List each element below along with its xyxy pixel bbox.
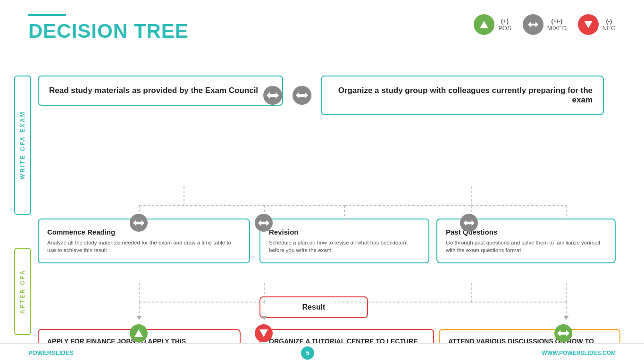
svg-marker-2 — [584, 21, 593, 28]
svg-marker-32 — [259, 329, 268, 337]
footer-page: 5 — [301, 346, 314, 360]
title-part2: TREE — [134, 20, 189, 42]
legend: (+) POS (+/-) MIXED (-) NEG — [474, 14, 616, 35]
footer-url: WWW.POWERSLIDES.COM — [542, 350, 616, 356]
arrow-read-right — [263, 86, 282, 105]
box-organize-group: Organize a study group with colleagues c… — [321, 76, 604, 115]
svg-marker-28 — [133, 220, 144, 226]
mixed-icon — [523, 14, 544, 35]
brand-part1: POWER — [28, 349, 51, 356]
neg-label: (-) — [602, 17, 616, 25]
footer-brand: POWERSLIDES — [28, 349, 74, 356]
arrow-discussions-top — [554, 324, 572, 342]
pos-icon — [474, 14, 494, 35]
svg-marker-26 — [296, 92, 308, 99]
box-commence-text: Analyze all the study materials needed f… — [47, 239, 241, 254]
mixed-sublabel: MIXED — [547, 25, 567, 32]
brand-part2: SLIDES — [51, 349, 74, 356]
pos-label: (+) — [498, 17, 511, 25]
box-revision: Revision Schedule a plan on how to revis… — [259, 219, 429, 263]
svg-marker-27 — [267, 92, 279, 99]
pos-sublabel: POS — [498, 25, 511, 32]
box-read-title: Read study materials as provided by the … — [49, 86, 272, 95]
svg-marker-1 — [528, 22, 538, 27]
svg-marker-30 — [463, 220, 475, 226]
mixed-label: (+/-) — [547, 17, 567, 25]
side-label-write: WRITE CFA EXAM — [14, 76, 31, 215]
svg-marker-31 — [134, 329, 143, 337]
legend-pos: (+) POS — [474, 14, 511, 35]
box-read: Read study materials as provided by the … — [38, 76, 283, 106]
arrow-revision-top — [255, 214, 273, 232]
box-organize-group-title: Organize a study group with colleagues c… — [332, 86, 593, 105]
arrow-tutorial-top — [255, 324, 273, 342]
legend-mixed: (+/-) MIXED — [523, 14, 567, 35]
box-revision-text: Schedule a plan on how to revise all wha… — [269, 239, 420, 254]
side-label-after: AFTER CFA — [14, 248, 31, 335]
accent-line — [28, 14, 66, 16]
svg-marker-29 — [258, 220, 269, 226]
neg-sublabel: NEG — [602, 25, 616, 32]
arrow-pq-top — [460, 214, 478, 232]
arrow-row1-mid — [293, 86, 311, 105]
neg-icon — [578, 14, 599, 35]
box-result-title: Result — [302, 303, 326, 311]
canvas: WRITE CFA EXAM AFTER CFA Read study mate… — [9, 61, 635, 354]
box-result: Result — [259, 296, 368, 318]
box-revision-title: Revision — [269, 228, 420, 236]
title-part1: DECISION — [28, 20, 134, 42]
svg-marker-0 — [480, 21, 488, 28]
svg-marker-33 — [557, 330, 569, 337]
arrow-apply-top — [130, 324, 148, 342]
arrow-commence-top — [130, 214, 148, 232]
box-pq-text: Go through past questions and solve them… — [446, 239, 606, 254]
legend-neg: (-) NEG — [578, 14, 616, 35]
footer: POWERSLIDES 5 WWW.POWERSLIDES.COM — [0, 343, 644, 362]
